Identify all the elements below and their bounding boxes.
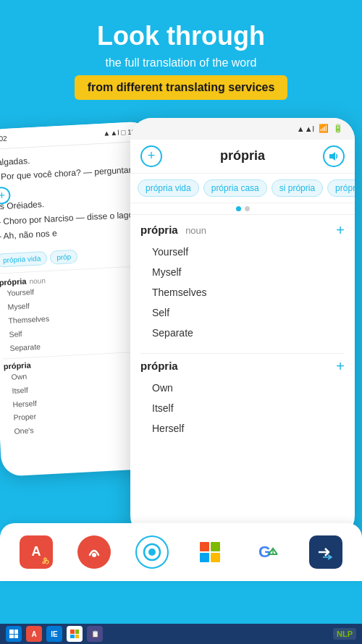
dict-def-itself: Itself (152, 398, 345, 418)
win-sq-green (211, 542, 220, 551)
dict-header-2: própria + (140, 358, 345, 375)
phone-area: 2:02 ▲▲l □ 16% salgadas. – Por que você … (0, 118, 362, 581)
dict-section-1: própria noun + Yourself Myself Themselve… (140, 222, 345, 343)
fg-header-word: própria (220, 148, 265, 164)
dict-def-yourself: Yourself (152, 242, 345, 262)
reverso-svg (84, 542, 104, 562)
pons-svg (316, 542, 336, 562)
taskbar-nlp: NLP (333, 628, 356, 640)
dict-defs-1: Yourself Myself Themselves Self Separate (140, 242, 345, 343)
fg-wifi: 📶 (319, 124, 329, 133)
win-sq-blue (200, 553, 209, 562)
svg-point-1 (84, 542, 104, 562)
bg-time: 2:02 (0, 134, 7, 143)
dot-inactive (245, 206, 250, 211)
dict-divider (140, 353, 345, 354)
windows-grid (200, 542, 220, 562)
dict-pos-1: noun (185, 225, 206, 236)
main-title: Look through (14, 22, 348, 51)
bg-tab-2: próp (50, 250, 78, 265)
dict-word-1: própria (140, 224, 178, 236)
fg-battery: 🔋 (333, 124, 343, 133)
fg-tab-dots (130, 203, 355, 215)
fg-header-plus[interactable]: + (140, 145, 162, 167)
phone-foreground: ▲▲l 📶 🔋 + própria própria vida própria c… (130, 118, 355, 538)
dict-add-1[interactable]: + (336, 222, 345, 239)
svg-point-2 (92, 553, 96, 557)
dict-defs-2: Own Itself Herself (140, 378, 345, 438)
reverso-icon[interactable] (77, 535, 111, 569)
fg-statusbar: ▲▲l 📶 🔋 (130, 118, 355, 140)
google-translate-icon[interactable]: G (251, 535, 285, 569)
fg-signal: ▲▲l (297, 124, 314, 133)
taskbar-start[interactable] (6, 626, 22, 642)
fg-dict: própria noun + Yourself Myself Themselve… (130, 215, 355, 449)
svg-point-4 (148, 548, 156, 556)
dict-def-themselves: Themselves (152, 282, 345, 302)
win-sq-yellow (211, 553, 220, 562)
win-sq-red (200, 542, 209, 551)
top-section: Look through the full translation of the… (0, 0, 362, 111)
bg-tab-1: própria vida (0, 251, 48, 268)
bg-dict-pos: noun (29, 276, 46, 285)
dict-def-own: Own (152, 378, 345, 398)
dict-word-2: própria (140, 360, 178, 372)
microsoft-icon[interactable] (193, 535, 227, 569)
dict-add-2[interactable]: + (336, 358, 345, 375)
bottom-bar: A あ (0, 523, 362, 581)
subtitle: the full translation of the word (14, 56, 348, 69)
fg-tabs: própria vida própria casa si própria pró… (130, 174, 355, 203)
fg-header: + própria (130, 140, 355, 174)
dot-active (236, 206, 241, 211)
fg-tab-4[interactable]: própria c (327, 179, 355, 197)
bg-dict-word2: própria (3, 360, 30, 370)
svg-marker-0 (329, 152, 335, 161)
fg-tab-2[interactable]: própria casa (203, 179, 267, 197)
taskbar-icon-3[interactable] (67, 626, 83, 642)
taskbar: A IE 📋 NLP (0, 624, 362, 644)
dict-def-self: Self (152, 302, 345, 323)
circle-translate-icon[interactable] (135, 535, 169, 569)
dict-def-herself: Herself (152, 418, 345, 438)
atranslate-icon[interactable]: A あ (20, 535, 53, 569)
sound-icon (329, 151, 339, 161)
pons-icon[interactable] (309, 535, 342, 569)
circle-svg (143, 543, 161, 562)
fg-tab-1[interactable]: própria vida (138, 179, 199, 197)
fg-header-sound[interactable] (323, 145, 345, 167)
taskbar-icon-4[interactable]: 📋 (87, 626, 103, 642)
dict-section-2: própria + Own Itself Herself (140, 358, 345, 438)
taskbar-icon-2[interactable]: IE (46, 626, 62, 642)
svg-text:G: G (258, 543, 271, 561)
google-translate-svg: G (257, 541, 279, 563)
dict-header-1: própria noun + (140, 222, 345, 239)
dict-def-separate: Separate (152, 323, 345, 343)
taskbar-icon-1[interactable]: A (26, 626, 42, 642)
highlight-bar: from different translating services (75, 75, 288, 100)
dict-def-myself: Myself (152, 262, 345, 282)
fg-tab-3[interactable]: si própria (272, 179, 323, 197)
